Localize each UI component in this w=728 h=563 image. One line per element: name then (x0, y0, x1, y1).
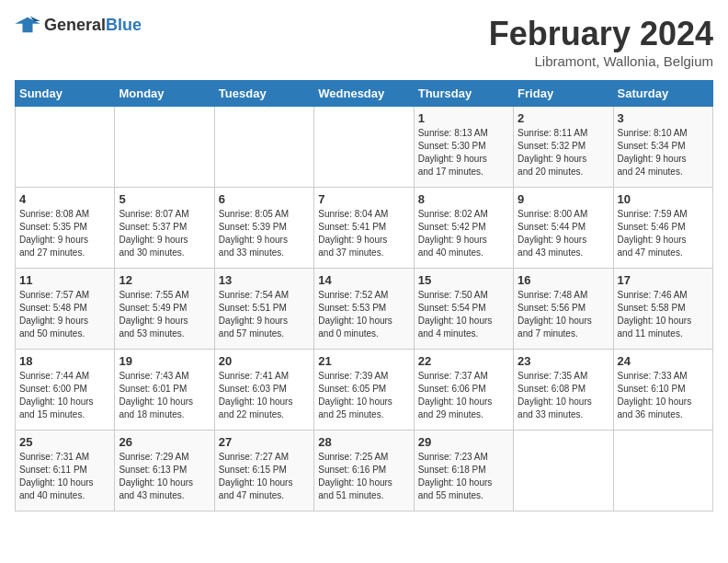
weekday-header-row: SundayMondayTuesdayWednesdayThursdayFrid… (16, 81, 713, 107)
calendar-cell: 5Sunrise: 8:07 AM Sunset: 5:37 PM Daylig… (115, 188, 214, 269)
day-number: 25 (19, 435, 110, 449)
calendar-cell: 14Sunrise: 7:52 AM Sunset: 5:53 PM Dayli… (314, 269, 414, 350)
logo-blue: Blue (106, 16, 142, 34)
day-info: Sunrise: 7:31 AM Sunset: 6:11 PM Dayligh… (19, 451, 110, 502)
day-info: Sunrise: 7:57 AM Sunset: 5:48 PM Dayligh… (19, 289, 110, 340)
day-info: Sunrise: 8:07 AM Sunset: 5:37 PM Dayligh… (119, 208, 210, 259)
calendar-cell: 12Sunrise: 7:55 AM Sunset: 5:49 PM Dayli… (115, 269, 214, 350)
weekday-header-sunday: Sunday (16, 81, 115, 107)
day-info: Sunrise: 7:23 AM Sunset: 6:18 PM Dayligh… (418, 451, 509, 502)
day-info: Sunrise: 7:52 AM Sunset: 5:53 PM Dayligh… (318, 289, 409, 340)
day-info: Sunrise: 8:11 AM Sunset: 5:32 PM Dayligh… (518, 127, 609, 178)
calendar-cell: 4Sunrise: 8:08 AM Sunset: 5:35 PM Daylig… (16, 188, 115, 269)
day-info: Sunrise: 7:27 AM Sunset: 6:15 PM Dayligh… (219, 451, 310, 502)
calendar-cell: 16Sunrise: 7:48 AM Sunset: 5:56 PM Dayli… (514, 269, 613, 350)
day-info: Sunrise: 7:25 AM Sunset: 6:16 PM Dayligh… (318, 451, 409, 502)
day-info: Sunrise: 7:46 AM Sunset: 5:58 PM Dayligh… (618, 289, 709, 340)
calendar-cell: 26Sunrise: 7:29 AM Sunset: 6:13 PM Dayli… (115, 431, 214, 511)
calendar-cell: 10Sunrise: 7:59 AM Sunset: 5:46 PM Dayli… (613, 188, 712, 269)
day-number: 28 (318, 435, 409, 449)
week-row-2: 4Sunrise: 8:08 AM Sunset: 5:35 PM Daylig… (16, 188, 713, 269)
day-number: 16 (518, 273, 609, 287)
calendar-cell: 13Sunrise: 7:54 AM Sunset: 5:51 PM Dayli… (214, 269, 313, 350)
day-info: Sunrise: 7:41 AM Sunset: 6:03 PM Dayligh… (219, 370, 310, 421)
day-number: 24 (618, 354, 709, 368)
day-number: 12 (119, 273, 210, 287)
calendar-cell: 7Sunrise: 8:04 AM Sunset: 5:41 PM Daylig… (314, 188, 414, 269)
day-number: 3 (618, 111, 709, 125)
calendar-cell (613, 431, 712, 511)
week-row-5: 25Sunrise: 7:31 AM Sunset: 6:11 PM Dayli… (16, 431, 713, 511)
day-info: Sunrise: 7:37 AM Sunset: 6:06 PM Dayligh… (418, 370, 509, 421)
calendar-cell: 25Sunrise: 7:31 AM Sunset: 6:11 PM Dayli… (16, 431, 115, 511)
calendar-cell: 29Sunrise: 7:23 AM Sunset: 6:18 PM Dayli… (414, 431, 513, 511)
calendar-cell: 20Sunrise: 7:41 AM Sunset: 6:03 PM Dayli… (214, 350, 313, 431)
day-info: Sunrise: 7:50 AM Sunset: 5:54 PM Dayligh… (418, 289, 509, 340)
day-info: Sunrise: 7:33 AM Sunset: 6:10 PM Dayligh… (618, 370, 709, 421)
day-number: 22 (418, 354, 509, 368)
day-info: Sunrise: 8:00 AM Sunset: 5:44 PM Dayligh… (518, 208, 609, 259)
calendar-cell: 6Sunrise: 8:05 AM Sunset: 5:39 PM Daylig… (214, 188, 313, 269)
page-header: GeneralBlue February 2024 Libramont, Wal… (15, 15, 713, 69)
calendar-cell: 11Sunrise: 7:57 AM Sunset: 5:48 PM Dayli… (16, 269, 115, 350)
calendar-cell: 21Sunrise: 7:39 AM Sunset: 6:05 PM Dayli… (314, 350, 414, 431)
calendar-cell: 2Sunrise: 8:11 AM Sunset: 5:32 PM Daylig… (514, 107, 613, 188)
day-info: Sunrise: 8:04 AM Sunset: 5:41 PM Dayligh… (318, 208, 409, 259)
day-info: Sunrise: 7:29 AM Sunset: 6:13 PM Dayligh… (119, 451, 210, 502)
day-number: 27 (219, 435, 310, 449)
calendar-cell: 17Sunrise: 7:46 AM Sunset: 5:58 PM Dayli… (613, 269, 712, 350)
day-info: Sunrise: 7:43 AM Sunset: 6:01 PM Dayligh… (119, 370, 210, 421)
day-number: 2 (518, 111, 609, 125)
day-number: 17 (618, 273, 709, 287)
day-number: 10 (618, 192, 709, 206)
calendar-cell: 1Sunrise: 8:13 AM Sunset: 5:30 PM Daylig… (414, 107, 513, 188)
day-info: Sunrise: 7:48 AM Sunset: 5:56 PM Dayligh… (518, 289, 609, 340)
calendar-title: February 2024 (489, 15, 713, 53)
day-number: 1 (418, 111, 509, 125)
day-info: Sunrise: 7:35 AM Sunset: 6:08 PM Dayligh… (518, 370, 609, 421)
logo-icon (15, 15, 40, 35)
weekday-header-saturday: Saturday (613, 81, 712, 107)
calendar-cell (115, 107, 214, 188)
day-number: 23 (518, 354, 609, 368)
weekday-header-monday: Monday (115, 81, 214, 107)
logo-general: General (44, 16, 106, 34)
calendar-cell: 9Sunrise: 8:00 AM Sunset: 5:44 PM Daylig… (514, 188, 613, 269)
weekday-header-wednesday: Wednesday (314, 81, 414, 107)
calendar-cell: 22Sunrise: 7:37 AM Sunset: 6:06 PM Dayli… (414, 350, 513, 431)
calendar-table: SundayMondayTuesdayWednesdayThursdayFrid… (15, 80, 713, 511)
day-number: 26 (119, 435, 210, 449)
calendar-cell: 19Sunrise: 7:43 AM Sunset: 6:01 PM Dayli… (115, 350, 214, 431)
day-info: Sunrise: 7:55 AM Sunset: 5:49 PM Dayligh… (119, 289, 210, 340)
day-info: Sunrise: 7:44 AM Sunset: 6:00 PM Dayligh… (19, 370, 110, 421)
title-block: February 2024 Libramont, Wallonia, Belgi… (489, 15, 713, 69)
week-row-4: 18Sunrise: 7:44 AM Sunset: 6:00 PM Dayli… (16, 350, 713, 431)
day-number: 18 (19, 354, 110, 368)
calendar-cell: 15Sunrise: 7:50 AM Sunset: 5:54 PM Dayli… (414, 269, 513, 350)
weekday-header-thursday: Thursday (414, 81, 513, 107)
calendar-cell: 24Sunrise: 7:33 AM Sunset: 6:10 PM Dayli… (613, 350, 712, 431)
weekday-header-friday: Friday (514, 81, 613, 107)
calendar-cell: 23Sunrise: 7:35 AM Sunset: 6:08 PM Dayli… (514, 350, 613, 431)
day-info: Sunrise: 7:59 AM Sunset: 5:46 PM Dayligh… (618, 208, 709, 259)
week-row-3: 11Sunrise: 7:57 AM Sunset: 5:48 PM Dayli… (16, 269, 713, 350)
day-number: 4 (19, 192, 110, 206)
day-info: Sunrise: 8:08 AM Sunset: 5:35 PM Dayligh… (19, 208, 110, 259)
day-info: Sunrise: 7:54 AM Sunset: 5:51 PM Dayligh… (219, 289, 310, 340)
day-number: 8 (418, 192, 509, 206)
day-number: 21 (318, 354, 409, 368)
day-number: 9 (518, 192, 609, 206)
calendar-cell: 27Sunrise: 7:27 AM Sunset: 6:15 PM Dayli… (214, 431, 313, 511)
calendar-cell (314, 107, 414, 188)
calendar-cell (16, 107, 115, 188)
day-number: 11 (19, 273, 110, 287)
day-number: 14 (318, 273, 409, 287)
day-number: 29 (418, 435, 509, 449)
calendar-cell: 3Sunrise: 8:10 AM Sunset: 5:34 PM Daylig… (613, 107, 712, 188)
day-info: Sunrise: 8:13 AM Sunset: 5:30 PM Dayligh… (418, 127, 509, 178)
calendar-cell: 8Sunrise: 8:02 AM Sunset: 5:42 PM Daylig… (414, 188, 513, 269)
day-info: Sunrise: 7:39 AM Sunset: 6:05 PM Dayligh… (318, 370, 409, 421)
calendar-cell (514, 431, 613, 511)
calendar-cell: 28Sunrise: 7:25 AM Sunset: 6:16 PM Dayli… (314, 431, 414, 511)
day-number: 19 (119, 354, 210, 368)
